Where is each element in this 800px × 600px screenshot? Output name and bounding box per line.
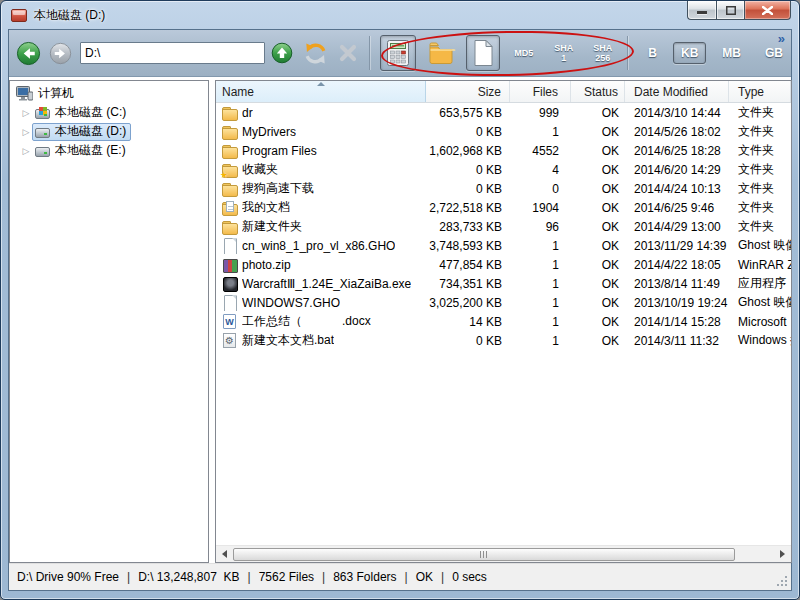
- name-cell: 搜狗高速下载: [216, 180, 426, 197]
- forward-button[interactable]: [46, 39, 75, 68]
- column-header-status[interactable]: Status: [571, 81, 625, 102]
- expander-icon[interactable]: ▷: [20, 146, 32, 156]
- maximize-button[interactable]: [716, 1, 745, 20]
- column-header-date-modified[interactable]: Date Modified: [625, 81, 729, 102]
- tree-item-body[interactable]: 本地磁盘 (E:): [32, 142, 131, 160]
- horizontal-scrollbar[interactable]: [216, 545, 791, 562]
- size-cell: 283,733 KB: [426, 220, 510, 234]
- address-input[interactable]: [80, 42, 265, 64]
- status-cell: OK: [571, 334, 625, 348]
- status-cell: OK: [571, 144, 625, 158]
- close-button[interactable]: [745, 1, 791, 20]
- refresh-button[interactable]: [300, 38, 331, 69]
- sort-ascending-icon: [317, 82, 325, 86]
- titlebar[interactable]: 本地磁盘 (D:): [1, 1, 799, 29]
- name-cell: WINDOWS7.GHO: [216, 295, 426, 311]
- tree-item-drive[interactable]: ▷本地磁盘 (E:): [10, 141, 208, 160]
- file-list-panel: Name Size Files Status Date Modified Typ…: [215, 80, 792, 563]
- files-cell: 1904: [510, 201, 571, 215]
- status-segment: 863 Folders: [333, 570, 396, 584]
- tree-item-drive[interactable]: ▷本地磁盘 (D:): [10, 122, 208, 141]
- app-icon: [11, 9, 27, 22]
- file-name: photo.zip: [242, 258, 291, 272]
- scroll-left-arrow[interactable]: [216, 546, 233, 563]
- table-row[interactable]: WINDOWS7.GHO3,025,200 KB1OK2013/10/19 19…: [216, 293, 791, 312]
- calculate-button[interactable]: [380, 35, 416, 71]
- table-header: Name Size Files Status Date Modified Typ…: [216, 81, 791, 103]
- md5-button[interactable]: MD5: [509, 45, 538, 61]
- tree-item-computer[interactable]: 计算机: [10, 84, 208, 103]
- tree-item-drive[interactable]: ▷本地磁盘 (C:): [10, 103, 208, 122]
- expander-icon[interactable]: ▷: [20, 108, 32, 118]
- table-row[interactable]: 搜狗高速下载0 KB0OK2014/4/24 10:13文件夹: [216, 179, 791, 198]
- date-modified-cell: 2014/4/24 10:13: [625, 182, 729, 196]
- table-row[interactable]: photo.zip477,854 KB1OK2014/4/22 18:05Win…: [216, 255, 791, 274]
- name-cell: WarcraftⅢ_1.24E_XiaZaiBa.exe: [216, 276, 426, 292]
- table-row[interactable]: dr653,575 KB999OK2014/3/10 14:44文件夹: [216, 103, 791, 122]
- files-cell: 4: [510, 163, 571, 177]
- unit-kb-button[interactable]: KB: [673, 42, 706, 64]
- cancel-button[interactable]: [335, 40, 361, 66]
- files-cell: 96: [510, 220, 571, 234]
- unit-mb-button[interactable]: MB: [714, 42, 749, 64]
- unit-gb-button[interactable]: GB: [757, 42, 791, 64]
- name-cell: W工作总结（ .docx: [216, 313, 426, 330]
- size-cell: 3,025,200 KB: [426, 296, 510, 310]
- resize-grip[interactable]: [776, 575, 788, 587]
- table-row[interactable]: 新建文件夹283,733 KB96OK2014/4/29 13:00文件夹: [216, 217, 791, 236]
- table-row[interactable]: 我的文档2,722,518 KB1904OK2014/6/25 9:46文件夹: [216, 198, 791, 217]
- folder-icon: [222, 181, 238, 197]
- table-row[interactable]: MyDrivers0 KB1OK2014/5/26 18:02文件夹: [216, 122, 791, 141]
- toolbar-overflow-chevron[interactable]: »: [778, 31, 785, 46]
- status-divider: |: [127, 570, 130, 584]
- column-header-name[interactable]: Name: [216, 81, 426, 102]
- open-folder-button[interactable]: [423, 35, 459, 71]
- scroll-right-arrow[interactable]: [774, 546, 791, 563]
- sha1-button[interactable]: SHA 1: [549, 40, 578, 67]
- date-modified-cell: 2014/6/25 9:46: [625, 201, 729, 215]
- tree-item-body[interactable]: 本地磁盘 (C:): [32, 104, 131, 122]
- caption-buttons: [687, 1, 791, 20]
- name-cell: dr: [216, 105, 426, 121]
- toolbar-separator: [369, 36, 370, 70]
- open-file-button[interactable]: [466, 35, 500, 71]
- sha1-label-top: SHA: [554, 43, 573, 53]
- toolbar-separator: [627, 36, 628, 70]
- tree-item-body[interactable]: 本地磁盘 (D:): [32, 123, 131, 141]
- unit-b-button[interactable]: B: [640, 42, 665, 64]
- status-divider: |: [322, 570, 325, 584]
- name-cell: MyDrivers: [216, 124, 426, 140]
- type-cell: Ghost 映像: [729, 237, 791, 254]
- scrollbar-thumb[interactable]: [233, 548, 735, 561]
- status-divider: |: [248, 570, 251, 584]
- files-cell: 1: [510, 277, 571, 291]
- name-cell: photo.zip: [216, 257, 426, 273]
- table-row[interactable]: ⚙新建文本文档.bat0 KB1OK2014/3/11 11:32Windows…: [216, 331, 791, 350]
- files-cell: 4552: [510, 144, 571, 158]
- table-row[interactable]: WarcraftⅢ_1.24E_XiaZaiBa.exe734,351 KB1O…: [216, 274, 791, 293]
- table-row[interactable]: ★收藏夹0 KB4OK2014/6/20 14:29文件夹: [216, 160, 791, 179]
- table-row[interactable]: W工作总结（ .docx14 KB1OK2014/1/14 15:28Micro…: [216, 312, 791, 331]
- table-row[interactable]: Program Files1,602,968 KB4552OK2014/6/25…: [216, 141, 791, 160]
- scrollbar-grip: [480, 551, 488, 558]
- minimize-button[interactable]: [687, 1, 716, 20]
- back-button[interactable]: [13, 38, 44, 69]
- column-header-type[interactable]: Type: [729, 81, 791, 102]
- table-row[interactable]: cn_win8_1_pro_vl_x86.GHO3,748,593 KB1OK2…: [216, 236, 791, 255]
- folder-icon: [426, 38, 456, 68]
- column-header-size[interactable]: Size: [426, 81, 510, 102]
- column-header-files[interactable]: Files: [510, 81, 571, 102]
- tree-root-label: 计算机: [38, 85, 74, 102]
- statusbar: D:\ Drive 90% Free|D:\ 13,248,807 KB|756…: [9, 563, 791, 590]
- toolbar: MD5 SHA 1 SHA 256 B KB MB GB »: [9, 30, 791, 77]
- date-modified-cell: 2013/10/19 19:24: [625, 296, 729, 310]
- sha256-button[interactable]: SHA 256: [588, 40, 617, 67]
- files-cell: 1: [510, 239, 571, 253]
- status-segment: OK: [416, 570, 433, 584]
- expander-icon[interactable]: ▷: [20, 127, 32, 137]
- go-up-icon: [271, 42, 293, 64]
- folder-docs-icon: [222, 200, 238, 216]
- size-cell: 2,722,518 KB: [426, 201, 510, 215]
- go-button[interactable]: [268, 39, 296, 67]
- status-segment: 0 secs: [452, 570, 487, 584]
